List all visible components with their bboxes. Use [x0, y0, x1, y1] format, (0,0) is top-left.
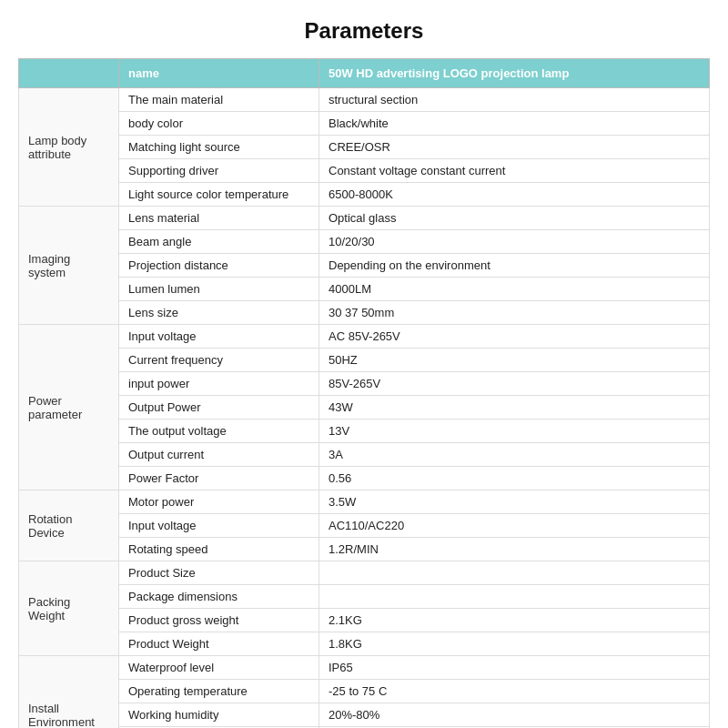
value-cell-2-4: 13V	[319, 420, 710, 443]
value-cell-0-2: CREE/OSR	[319, 136, 710, 159]
header-value-col: 50W HD advertising LOGO projection lamp	[319, 59, 710, 88]
value-cell-3-0: 3.5W	[319, 490, 710, 514]
name-cell-4-2: Product gross weight	[119, 609, 319, 632]
value-cell-3-2: 1.2R/MIN	[319, 538, 710, 561]
table-row: Rotation DeviceMotor power3.5W	[19, 490, 710, 514]
group-cell-5: Install Environment	[19, 656, 119, 729]
table-row: The output voltage13V	[19, 420, 710, 443]
group-cell-0: Lamp body attribute	[19, 88, 119, 207]
table-row: Package dimensions	[19, 585, 710, 609]
value-cell-1-3: 4000LM	[319, 278, 710, 301]
value-cell-0-3: Constant voltage constant current	[319, 159, 710, 183]
name-cell-5-0: Waterproof level	[119, 656, 319, 680]
table-row: body colorBlack/white	[19, 112, 710, 136]
name-cell-4-0: Product Size	[119, 561, 319, 585]
name-cell-1-4: Lens size	[119, 301, 319, 325]
table-row: input power85V-265V	[19, 372, 710, 396]
table-header-row: name 50W HD advertising LOGO projection …	[19, 59, 710, 88]
parameters-table: name 50W HD advertising LOGO projection …	[18, 58, 710, 728]
table-row: Output current3A	[19, 443, 710, 467]
table-body: Lamp body attributeThe main materialstru…	[19, 88, 710, 729]
table-row: Lens size30 37 50mm	[19, 301, 710, 325]
value-cell-2-1: 50HZ	[319, 349, 710, 372]
table-row: Current frequency50HZ	[19, 349, 710, 372]
name-cell-3-2: Rotating speed	[119, 538, 319, 561]
table-row: Lamp body attributeThe main materialstru…	[19, 88, 710, 112]
group-cell-2: Power parameter	[19, 325, 119, 490]
value-cell-3-1: AC110/AC220	[319, 514, 710, 538]
value-cell-1-1: 10/20/30	[319, 230, 710, 254]
value-cell-0-0: structural section	[319, 88, 710, 112]
name-cell-3-0: Motor power	[119, 490, 319, 514]
table-row: Output Power43W	[19, 396, 710, 420]
table-row: Packing WeightProduct Size	[19, 561, 710, 585]
table-row: Beam angle10/20/30	[19, 230, 710, 254]
value-cell-4-2: 2.1KG	[319, 609, 710, 632]
table-row: Power parameterInput voltageAC 85V-265V	[19, 325, 710, 349]
table-row: Power Factor0.56	[19, 467, 710, 490]
value-cell-5-1: -25 to 75 C	[319, 680, 710, 703]
value-cell-4-3: 1.8KG	[319, 632, 710, 656]
name-cell-3-1: Input voltage	[119, 514, 319, 538]
name-cell-2-0: Input voltage	[119, 325, 319, 349]
name-cell-2-1: Current frequency	[119, 349, 319, 372]
name-cell-0-4: Light source color temperature	[119, 183, 319, 207]
value-cell-2-0: AC 85V-265V	[319, 325, 710, 349]
value-cell-2-2: 85V-265V	[319, 372, 710, 396]
name-cell-1-0: Lens material	[119, 207, 319, 230]
name-cell-1-1: Beam angle	[119, 230, 319, 254]
table-row: Working humidity20%-80%	[19, 703, 710, 727]
group-cell-4: Packing Weight	[19, 561, 119, 656]
value-cell-2-6: 0.56	[319, 467, 710, 490]
table-row: Supporting driverConstant voltage consta…	[19, 159, 710, 183]
table-row: Projection distanceDepending on the envi…	[19, 254, 710, 278]
name-cell-1-2: Projection distance	[119, 254, 319, 278]
name-cell-5-2: Working humidity	[119, 703, 319, 727]
name-cell-2-2: input power	[119, 372, 319, 396]
table-row: Light source color temperature6500-8000K	[19, 183, 710, 207]
table-row: Install EnvironmentWaterproof levelIP65	[19, 656, 710, 680]
value-cell-1-4: 30 37 50mm	[319, 301, 710, 325]
name-cell-1-3: Lumen lumen	[119, 278, 319, 301]
name-cell-5-1: Operating temperature	[119, 680, 319, 703]
group-cell-3: Rotation Device	[19, 490, 119, 561]
table-row: Product gross weight2.1KG	[19, 609, 710, 632]
table-row: Rotating speed1.2R/MIN	[19, 538, 710, 561]
value-cell-2-5: 3A	[319, 443, 710, 467]
value-cell-0-4: 6500-8000K	[319, 183, 710, 207]
name-cell-0-2: Matching light source	[119, 136, 319, 159]
page-title: Parameters	[18, 18, 710, 44]
value-cell-5-2: 20%-80%	[319, 703, 710, 727]
name-cell-0-0: The main material	[119, 88, 319, 112]
name-cell-2-6: Power Factor	[119, 467, 319, 490]
table-row: Imaging systemLens materialOptical glass	[19, 207, 710, 230]
name-cell-0-3: Supporting driver	[119, 159, 319, 183]
table-row: Input voltageAC110/AC220	[19, 514, 710, 538]
table-row: Product Weight1.8KG	[19, 632, 710, 656]
parameters-table-wrap: name 50W HD advertising LOGO projection …	[18, 58, 710, 728]
name-cell-4-1: Package dimensions	[119, 585, 319, 609]
group-cell-1: Imaging system	[19, 207, 119, 325]
value-cell-2-3: 43W	[319, 396, 710, 420]
value-cell-1-2: Depending on the environment	[319, 254, 710, 278]
name-cell-2-3: Output Power	[119, 396, 319, 420]
name-cell-2-5: Output current	[119, 443, 319, 467]
table-row: Lumen lumen4000LM	[19, 278, 710, 301]
value-cell-4-0	[319, 561, 710, 585]
value-cell-0-1: Black/white	[319, 112, 710, 136]
name-cell-4-3: Product Weight	[119, 632, 319, 656]
table-row: Operating temperature-25 to 75 C	[19, 680, 710, 703]
header-name-col: name	[119, 59, 319, 88]
value-cell-5-0: IP65	[319, 656, 710, 680]
header-group-col	[19, 59, 119, 88]
value-cell-4-1	[319, 585, 710, 609]
name-cell-0-1: body color	[119, 112, 319, 136]
table-row: Matching light sourceCREE/OSR	[19, 136, 710, 159]
value-cell-1-0: Optical glass	[319, 207, 710, 230]
name-cell-2-4: The output voltage	[119, 420, 319, 443]
